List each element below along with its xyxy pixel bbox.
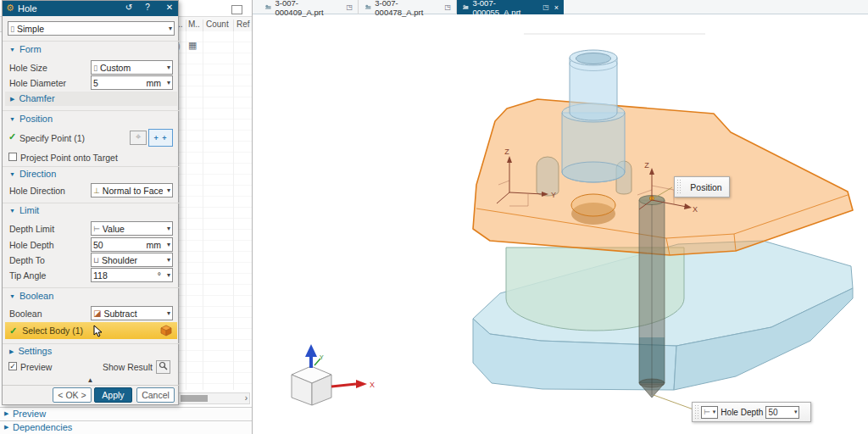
section-limit[interactable]: Limit (9, 205, 39, 215)
scrollbar-thumb[interactable] (181, 395, 208, 402)
hole-depth-input[interactable]: 50 (765, 406, 799, 419)
check-icon (8, 131, 16, 142)
hole-depth-unit[interactable]: mm (146, 240, 161, 250)
hole-diameter-unit[interactable]: mm (146, 78, 161, 88)
navigator-section-preview[interactable]: ▶ Preview (0, 407, 252, 420)
project-point-checkbox[interactable] (8, 153, 17, 161)
hole-size-dropdown[interactable]: Custom (91, 60, 173, 75)
z-axis-arrowhead (305, 344, 317, 357)
axis-label-y: Y (551, 191, 556, 199)
wcs-triad[interactable]: Y X (292, 344, 375, 405)
help-icon[interactable]: ? (142, 3, 153, 12)
x-axis-arrowhead (356, 380, 367, 388)
hole-depth-input[interactable]: 50 mm (91, 237, 173, 252)
hole-type-dropdown[interactable]: Simple (8, 21, 175, 36)
apply-button[interactable]: Apply (94, 387, 132, 403)
show-result-button[interactable] (156, 360, 170, 374)
column-header-m[interactable]: M.. (188, 19, 200, 29)
boolean-dropdown[interactable]: Subtract (91, 306, 173, 320)
hole-diameter-input[interactable]: 5 mm (91, 75, 173, 90)
divider (3, 110, 180, 111)
select-body-row[interactable]: Select Body (1) (5, 322, 177, 339)
hole-depth-label: Hole Depth (9, 240, 54, 250)
column-header-count[interactable]: Count (206, 19, 229, 29)
divider (3, 287, 180, 288)
preview-checkbox[interactable]: ✓ (8, 362, 17, 370)
hole-size-label: Hole Size (9, 63, 47, 73)
close-icon[interactable]: ✕ (164, 3, 175, 12)
window-icon[interactable]: ◳ (444, 3, 451, 11)
divider (3, 343, 180, 344)
position-drag-label[interactable]: Position (674, 176, 730, 198)
cancel-button[interactable]: Cancel (136, 387, 175, 403)
hole-dialog: Hole ↺ ? ✕ Simple Form Hole Size Custom … (2, 0, 179, 405)
mouse-cursor (93, 325, 103, 337)
navigator-section-dependencies[interactable]: ▶ Dependencies (0, 420, 252, 434)
column-header-ref[interactable]: Ref (236, 19, 250, 29)
hole-depth-value: 50 (768, 408, 791, 417)
hole-direction-dropdown[interactable]: Normal to Face (91, 183, 173, 198)
chamfer-subsection[interactable]: Chamfer (5, 92, 177, 106)
section-settings[interactable]: Settings (9, 346, 52, 356)
collapse-dialog-arrow[interactable]: ▲ (3, 376, 178, 384)
model-scene[interactable]: Z Y Z X Y X (254, 14, 868, 434)
point-dialog-button[interactable]: + + (148, 129, 173, 147)
grid-line (233, 31, 234, 390)
check-icon (9, 326, 17, 337)
depth-limit-label: Depth Limit (9, 224, 54, 234)
section-direction[interactable]: Direction (9, 169, 56, 179)
hole-depth-toolbar[interactable]: Hole Depth 50 (692, 402, 811, 422)
axis-label-z: Z (504, 147, 509, 156)
custom-hole-icon (93, 64, 97, 72)
axis-label-x: X (370, 381, 375, 389)
hole-depth-value: 50 (93, 240, 143, 250)
close-tab-icon[interactable]: × (554, 3, 559, 12)
subtract-icon (93, 309, 101, 318)
window-icon[interactable]: ◳ (346, 3, 353, 11)
tab-part-000055-active[interactable]: 3-007-000055_A.prt ◳ × (457, 0, 564, 14)
normal-to-face-icon (93, 186, 100, 195)
hole-size-value: Custom (100, 63, 163, 73)
dialog-titlebar[interactable]: Hole ↺ ? ✕ (3, 1, 178, 16)
horizontal-scrollbar[interactable]: › (178, 392, 250, 404)
section-form[interactable]: Form (9, 44, 42, 54)
ok-button[interactable]: < OK > (53, 387, 92, 403)
section-position[interactable]: Position (9, 114, 53, 124)
section-boolean[interactable]: Boolean (9, 291, 53, 301)
drag-grip[interactable] (676, 179, 682, 195)
hole-direction-value: Normal to Face (103, 186, 163, 196)
panel-float-icon[interactable] (231, 5, 242, 14)
tip-angle-input[interactable]: 118 ° (91, 268, 173, 282)
drag-grip[interactable] (694, 404, 699, 420)
boss-cylinder-body[interactable] (562, 50, 625, 182)
axis-label-z: Z (644, 161, 649, 170)
depth-limit-dropdown[interactable]: Value (91, 221, 173, 236)
hole-diameter-value: 5 (93, 78, 143, 88)
depth-to-dropdown[interactable]: Shoulder (91, 253, 173, 267)
depth-limit-mini-combo[interactable] (701, 406, 718, 419)
hole-type-value: Simple (17, 24, 164, 34)
sketch-point-button[interactable] (130, 131, 147, 145)
tab-part-000409[interactable]: 3-007-000409_A.prt ◳ (259, 0, 359, 14)
point-on-face-icon (136, 131, 141, 142)
divider (3, 166, 180, 167)
tip-angle-label: Tip Angle (9, 270, 46, 281)
tip-angle-unit[interactable]: ° (158, 270, 161, 281)
value-limit-icon (93, 225, 100, 233)
body-cube-icon (159, 325, 173, 337)
window-icon[interactable]: ◳ (542, 3, 549, 11)
section-label: Preview (13, 409, 46, 419)
navigator-rows[interactable] (176, 31, 252, 390)
divider (3, 203, 180, 203)
nx-application: .. M.. Count Ref ) ▦ › ▶ Preview ▶ Depen… (0, 0, 868, 434)
tab-part-000478[interactable]: 3-007-000478_A.prt ◳ (359, 0, 457, 14)
chamfer-header: Chamfer (10, 93, 55, 103)
divider (3, 385, 180, 386)
specify-point-label[interactable]: Specify Point (1) (19, 133, 85, 143)
reset-icon[interactable]: ↺ (123, 3, 135, 12)
dialog-title: Hole (18, 3, 37, 14)
scroll-right-arrow[interactable]: › (245, 393, 248, 403)
part-icon (364, 3, 371, 11)
grid-line (203, 31, 203, 390)
part-tab-bar: 3-007-000409_A.prt ◳ 3-007-000478_A.prt … (253, 0, 868, 14)
